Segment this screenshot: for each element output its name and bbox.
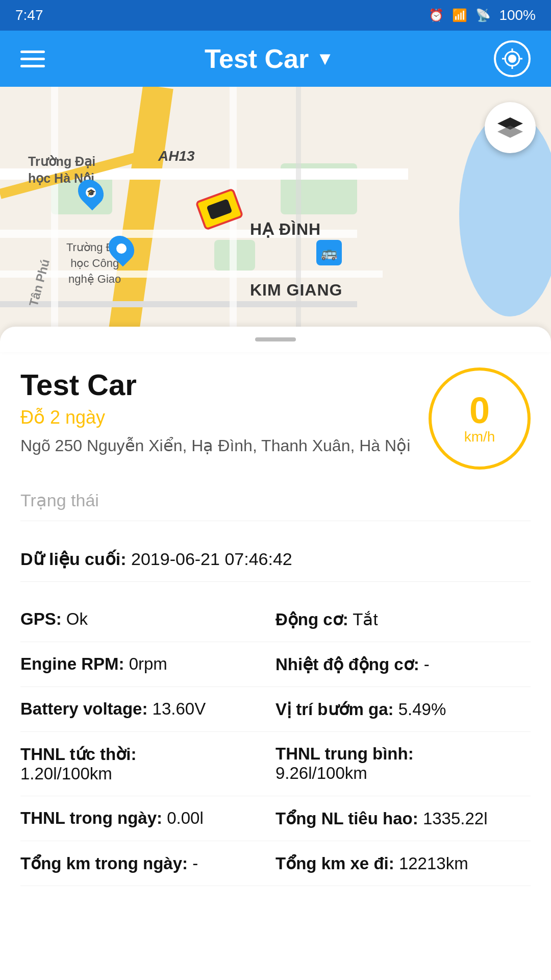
- battery-throttle-row: Battery voltage: 13.60V Vị trí bướm ga: …: [20, 687, 531, 732]
- battery-display: 100%: [499, 7, 536, 23]
- throttle-value: 5.49%: [398, 700, 446, 719]
- fuel-day-col: THNL trong ngày: 0.00l: [20, 808, 276, 828]
- status-label-section: Trạng thái: [20, 480, 531, 521]
- vehicle-info: Test Car Đỗ 2 ngày Ngõ 250 Nguyễn Xiển, …: [20, 368, 418, 457]
- gps-value: Ok: [66, 609, 88, 628]
- map-label-kimgiang: KIM GIANG: [250, 281, 342, 300]
- swipe-handle-area[interactable]: [0, 327, 551, 352]
- fuel-avg-label: THNL trung bình:: [276, 744, 414, 763]
- battery-label: Battery voltage:: [20, 699, 147, 718]
- last-data-value: 2019-06-21 07:46:42: [131, 549, 292, 569]
- km-day-value: -: [192, 854, 198, 873]
- speed-value: 0: [469, 392, 490, 429]
- vehicle-address: Ngõ 250 Nguyễn Xiển, Hạ Đình, Thanh Xuân…: [20, 434, 418, 457]
- vehicle-header: Test Car Đỗ 2 ngày Ngõ 250 Nguyễn Xiển, …: [20, 352, 531, 480]
- signal-icon: 📡: [475, 8, 491, 22]
- last-data-row: Dữ liệu cuối: 2019-06-21 07:46:42: [20, 536, 531, 581]
- throttle-label: Vị trí bướm ga:: [276, 700, 394, 719]
- fuel-total-value: 1335.22l: [423, 809, 488, 828]
- fuel-total-col: Tổng NL tiêu hao: 1335.22l: [276, 808, 531, 828]
- map-area[interactable]: Trường Đạihọc Hà Nội AH13 HẠ ĐÌNH KIM GI…: [0, 87, 551, 342]
- fuel-instant-value: 1.20l/100km: [20, 764, 276, 783]
- map-label-tranphu: Tân Phú: [27, 258, 53, 308]
- km-total-label: Tổng km xe đi:: [276, 854, 394, 873]
- swipe-handle: [255, 337, 296, 341]
- alarm-icon: ⏰: [429, 8, 444, 22]
- speed-unit: km/h: [464, 429, 495, 445]
- vehicle-status: Đỗ 2 ngày: [20, 407, 418, 428]
- road-v3: [296, 87, 301, 342]
- svg-point-0: [508, 55, 516, 63]
- fuel-day-label: THNL trong ngày:: [20, 808, 162, 827]
- gps-engine-row: GPS: Ok Động cơ: Tắt: [20, 597, 531, 642]
- vehicle-name: Test Car: [20, 368, 418, 402]
- fuel-instant-label: THNL tức thời:: [20, 745, 136, 764]
- gps-label: GPS:: [20, 609, 62, 628]
- poi-marker-1: 🎓: [79, 179, 103, 206]
- throttle-col: Vị trí bướm ga: 5.49%: [276, 699, 531, 719]
- fuel-day-value: 0.00l: [167, 808, 204, 827]
- status-icons: ⏰ 📶 📡 100%: [429, 7, 536, 23]
- map-layer-button[interactable]: [485, 102, 536, 153]
- km-row: Tổng km trong ngày: - Tổng km xe đi: 122…: [20, 841, 531, 886]
- last-data-label: Dữ liệu cuối:: [20, 549, 127, 569]
- dropdown-arrow-icon: ▼: [316, 48, 334, 69]
- rpm-temp-row: Engine RPM: 0rpm Nhiệt độ động cơ: -: [20, 642, 531, 687]
- car-marker: [199, 194, 240, 225]
- status-bar: 7:47 ⏰ 📶 📡 100%: [0, 0, 551, 31]
- battery-value: 13.60V: [153, 699, 206, 718]
- fuel-day-row: THNL trong ngày: 0.00l Tổng NL tiêu hao:…: [20, 796, 531, 841]
- fuel-instant-col: THNL tức thời: 1.20l/100km: [20, 744, 276, 783]
- fuel-avg-value: 9.26l/100km: [276, 764, 531, 783]
- bus-stop-marker: 🚌: [316, 240, 342, 265]
- status-label: Trạng thái: [20, 491, 99, 510]
- detail-panel: Test Car Đỗ 2 ngày Ngõ 250 Nguyễn Xiển, …: [0, 352, 551, 906]
- data-section: Dữ liệu cuối: 2019-06-21 07:46:42 GPS: O…: [20, 536, 531, 886]
- gps-col: GPS: Ok: [20, 609, 276, 629]
- map-label-hading: HẠ ĐÌNH: [250, 219, 321, 239]
- engine-col: Động cơ: Tắt: [276, 609, 531, 629]
- km-total-col: Tổng km xe đi: 12213km: [276, 853, 531, 873]
- location-button[interactable]: [494, 40, 531, 77]
- speed-circle: 0 km/h: [429, 368, 531, 470]
- engine-temp-col: Nhiệt độ động cơ: -: [276, 654, 531, 674]
- engine-label: Động cơ:: [276, 610, 348, 629]
- top-nav: Test Car ▼: [0, 31, 551, 87]
- wifi-icon: 📶: [452, 8, 467, 22]
- fuel-avg-col: THNL trung bình: 9.26l/100km: [276, 744, 531, 783]
- map-label-ah13: AH13: [158, 148, 195, 164]
- road-v1: [51, 87, 58, 342]
- divider-1: [20, 581, 531, 582]
- km-total-value: 12213km: [399, 854, 468, 873]
- menu-button[interactable]: [20, 51, 45, 67]
- battery-col: Battery voltage: 13.60V: [20, 699, 276, 719]
- engine-value: Tắt: [353, 610, 378, 629]
- svg-marker-7: [497, 126, 523, 138]
- rpm-label: Engine RPM:: [20, 654, 124, 673]
- rpm-col: Engine RPM: 0rpm: [20, 654, 276, 674]
- fuel-row: THNL tức thời: 1.20l/100km THNL trung bì…: [20, 732, 531, 796]
- rpm-value: 0rpm: [129, 654, 167, 673]
- fuel-total-label: Tổng NL tiêu hao:: [276, 809, 418, 828]
- time-display: 7:47: [15, 7, 43, 23]
- km-day-label: Tổng km trong ngày:: [20, 854, 188, 873]
- engine-temp-label: Nhiệt độ động cơ:: [276, 655, 419, 674]
- engine-temp-value: -: [424, 655, 430, 674]
- nav-title[interactable]: Test Car ▼: [205, 43, 334, 74]
- poi-marker-2: [110, 235, 133, 262]
- km-day-col: Tổng km trong ngày: -: [20, 853, 276, 873]
